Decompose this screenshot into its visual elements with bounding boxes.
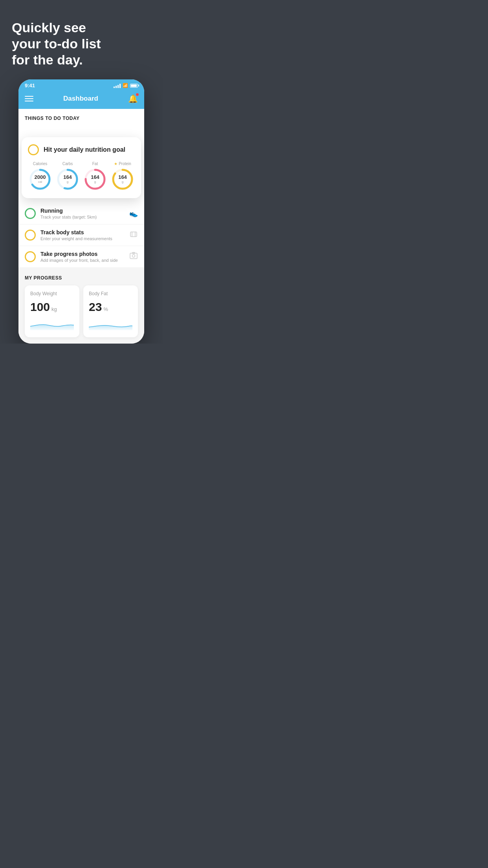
running-text: Running Track your stats (target: 5km) (40, 208, 125, 219)
running-label: Running (40, 208, 125, 214)
hero-title: Quickly see your to-do list for the day. (12, 20, 151, 68)
fat-unit: g (91, 180, 99, 184)
body-fat-value: 23 (89, 300, 102, 314)
carbs-value: 164 (63, 175, 72, 180)
body-fat-card[interactable]: Body Fat 23 % (83, 285, 138, 337)
notification-dot (136, 93, 139, 96)
nav-header: Dashboard 🔔 (18, 90, 144, 109)
calories-unit: cal (35, 180, 46, 184)
nutrition-carbs: Carbs 164 g (56, 162, 79, 191)
status-bar: 9:41 📶 (18, 79, 144, 90)
carbs-unit: g (63, 180, 72, 184)
nutrition-grid: Calories 2000 cal Carbs (28, 162, 135, 191)
body-stats-icon (129, 230, 138, 241)
protein-label: ★ Protein (114, 162, 131, 166)
body-fat-title: Body Fat (89, 291, 132, 296)
nutrition-fat: Fat 164 g (83, 162, 107, 191)
status-icons: 📶 (114, 83, 138, 88)
progress-title: MY PROGRESS (25, 275, 138, 281)
nutrition-protein: ★ Protein 164 g (111, 162, 134, 191)
nutrition-circle (28, 144, 39, 155)
body-weight-chart (30, 318, 74, 330)
photos-label: Take progress photos (40, 251, 125, 257)
body-weight-value-row: 100 kg (30, 300, 74, 314)
body-weight-title: Body Weight (30, 291, 74, 296)
fat-label: Fat (92, 162, 98, 166)
calories-label: Calories (33, 162, 48, 166)
protein-star: ★ (114, 162, 117, 166)
running-circle (25, 208, 36, 219)
body-stats-text: Track body stats Enter your weight and m… (40, 229, 125, 241)
body-stats-sublabel: Enter your weight and measurements (40, 236, 125, 241)
photos-text: Take progress photos Add images of your … (40, 251, 125, 263)
phone: 9:41 📶 Dashboard (18, 79, 144, 344)
calories-value: 2000 (35, 175, 46, 180)
task-progress-photos[interactable]: Take progress photos Add images of your … (18, 246, 144, 267)
photos-sublabel: Add images of your front, back, and side (40, 258, 125, 263)
running-sublabel: Track your stats (target: 5km) (40, 215, 125, 219)
carbs-ring: 164 g (56, 167, 79, 191)
body-weight-value: 100 (30, 300, 50, 314)
calories-ring: 2000 cal (28, 167, 52, 191)
wifi-icon: 📶 (123, 83, 128, 88)
signal-icon (114, 83, 121, 88)
phone-wrapper: 9:41 📶 Dashboard (18, 79, 144, 344)
nutrition-task-row: Hit your daily nutrition goal (28, 144, 135, 155)
hero-section: Quickly see your to-do list for the day. (0, 0, 163, 79)
carbs-label: Carbs (62, 162, 73, 166)
protein-ring: 164 g (111, 167, 134, 191)
task-running[interactable]: Running Track your stats (target: 5km) 👟 (18, 203, 144, 224)
protein-value: 164 (118, 175, 127, 180)
task-body-stats[interactable]: Track body stats Enter your weight and m… (18, 224, 144, 246)
progress-cards: Body Weight 100 kg (25, 285, 138, 337)
menu-button[interactable] (25, 96, 33, 101)
section-header: THINGS TO DO TODAY (18, 109, 144, 141)
protein-unit: g (118, 180, 127, 184)
things-section-title: THINGS TO DO TODAY (25, 116, 79, 121)
body-fat-value-row: 23 % (89, 300, 132, 314)
svg-point-12 (132, 254, 135, 257)
body-fat-unit: % (103, 306, 108, 312)
body-stats-circle (25, 230, 36, 241)
nav-title: Dashboard (63, 95, 98, 103)
progress-section: MY PROGRESS Body Weight 100 kg (18, 267, 144, 344)
nutrition-card[interactable]: Hit your daily nutrition goal Calories 2… (22, 137, 141, 198)
svg-rect-8 (130, 232, 137, 237)
nutrition-calories: Calories 2000 cal (28, 162, 52, 191)
body-weight-unit: kg (51, 306, 57, 312)
photos-icon (129, 252, 138, 262)
battery-icon (130, 84, 138, 88)
nutrition-task-label: Hit your daily nutrition goal (44, 146, 125, 153)
photos-circle (25, 251, 36, 262)
time: 9:41 (25, 83, 35, 88)
fat-ring: 164 g (83, 167, 107, 191)
running-icon: 👟 (129, 209, 138, 218)
fat-value: 164 (91, 175, 99, 180)
task-list: Running Track your stats (target: 5km) 👟… (18, 203, 144, 267)
svg-rect-11 (130, 253, 137, 259)
body-stats-label: Track body stats (40, 229, 125, 235)
body-weight-card[interactable]: Body Weight 100 kg (25, 285, 79, 337)
notification-button[interactable]: 🔔 (128, 94, 138, 103)
body-fat-chart (89, 318, 132, 330)
